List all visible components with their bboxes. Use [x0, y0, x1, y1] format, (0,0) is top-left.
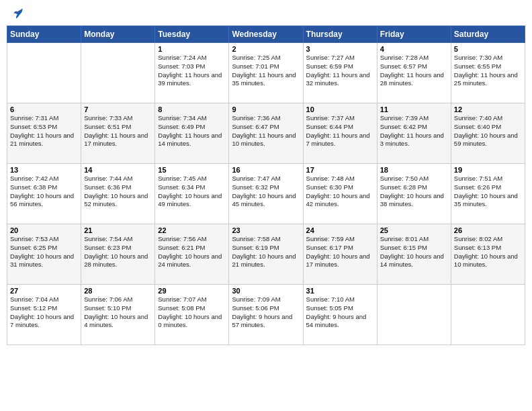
day-info: Sunrise: 7:45 AM Sunset: 6:34 PM Dayligh…	[158, 175, 226, 209]
day-number: 30	[232, 287, 300, 295]
day-number: 14	[84, 166, 152, 174]
day-number: 26	[454, 226, 522, 234]
day-number: 6	[10, 105, 78, 113]
weekday-header-cell: Monday	[81, 26, 155, 43]
calendar-body: 1Sunrise: 7:24 AM Sunset: 7:03 PM Daylig…	[7, 43, 525, 345]
calendar-week-row: 6Sunrise: 7:31 AM Sunset: 6:53 PM Daylig…	[7, 103, 525, 164]
day-info: Sunrise: 7:47 AM Sunset: 6:32 PM Dayligh…	[232, 175, 300, 209]
day-info: Sunrise: 7:27 AM Sunset: 6:59 PM Dayligh…	[306, 54, 374, 88]
day-info: Sunrise: 7:39 AM Sunset: 6:42 PM Dayligh…	[380, 114, 448, 148]
day-number: 10	[306, 105, 374, 113]
calendar-day-cell: 31Sunrise: 7:10 AM Sunset: 5:05 PM Dayli…	[303, 285, 377, 345]
day-number: 12	[454, 105, 522, 113]
day-number: 2	[232, 45, 300, 53]
calendar-day-cell: 2Sunrise: 7:25 AM Sunset: 7:01 PM Daylig…	[229, 43, 303, 103]
day-number: 22	[158, 226, 226, 234]
calendar-day-cell: 20Sunrise: 7:53 AM Sunset: 6:25 PM Dayli…	[7, 224, 81, 285]
day-info: Sunrise: 7:36 AM Sunset: 6:47 PM Dayligh…	[232, 114, 300, 148]
calendar-day-cell: 10Sunrise: 7:37 AM Sunset: 6:44 PM Dayli…	[303, 103, 377, 164]
day-info: Sunrise: 7:50 AM Sunset: 6:28 PM Dayligh…	[380, 175, 448, 209]
day-number: 3	[306, 45, 374, 53]
day-number: 4	[380, 45, 448, 53]
day-number: 27	[10, 287, 78, 295]
day-info: Sunrise: 7:24 AM Sunset: 7:03 PM Dayligh…	[158, 54, 226, 88]
calendar-day-cell: 18Sunrise: 7:50 AM Sunset: 6:28 PM Dayli…	[377, 164, 451, 224]
day-number: 5	[454, 45, 522, 53]
logo-bird-icon	[11, 7, 24, 20]
day-number: 7	[84, 105, 152, 113]
day-info: Sunrise: 7:34 AM Sunset: 6:49 PM Dayligh…	[158, 114, 226, 148]
calendar-day-cell: 23Sunrise: 7:58 AM Sunset: 6:19 PM Dayli…	[229, 224, 303, 285]
calendar-day-cell: 5Sunrise: 7:30 AM Sunset: 6:55 PM Daylig…	[451, 43, 525, 103]
calendar-day-cell: 24Sunrise: 7:59 AM Sunset: 6:17 PM Dayli…	[303, 224, 377, 285]
day-info: Sunrise: 7:40 AM Sunset: 6:40 PM Dayligh…	[454, 114, 522, 148]
day-info: Sunrise: 7:51 AM Sunset: 6:26 PM Dayligh…	[454, 175, 522, 209]
weekday-header-cell: Tuesday	[155, 26, 229, 43]
day-info: Sunrise: 7:44 AM Sunset: 6:36 PM Dayligh…	[84, 175, 152, 209]
calendar-day-cell: 27Sunrise: 7:04 AM Sunset: 5:12 PM Dayli…	[7, 285, 81, 345]
day-number: 15	[158, 166, 226, 174]
day-info: Sunrise: 7:25 AM Sunset: 7:01 PM Dayligh…	[232, 54, 300, 88]
day-info: Sunrise: 7:53 AM Sunset: 6:25 PM Dayligh…	[10, 235, 78, 269]
day-info: Sunrise: 7:09 AM Sunset: 5:06 PM Dayligh…	[232, 295, 300, 330]
calendar-day-cell: 7Sunrise: 7:33 AM Sunset: 6:51 PM Daylig…	[81, 103, 155, 164]
day-number: 28	[84, 287, 152, 295]
day-number: 25	[380, 226, 448, 234]
day-info: Sunrise: 7:54 AM Sunset: 6:23 PM Dayligh…	[84, 235, 152, 269]
calendar-day-cell	[377, 285, 451, 345]
calendar-day-cell: 15Sunrise: 7:45 AM Sunset: 6:34 PM Dayli…	[155, 164, 229, 224]
calendar-week-row: 13Sunrise: 7:42 AM Sunset: 6:38 PM Dayli…	[7, 164, 525, 224]
day-info: Sunrise: 8:02 AM Sunset: 6:13 PM Dayligh…	[454, 235, 522, 269]
weekday-header-row: SundayMondayTuesdayWednesdayThursdayFrid…	[7, 26, 525, 43]
calendar-day-cell: 1Sunrise: 7:24 AM Sunset: 7:03 PM Daylig…	[155, 43, 229, 103]
calendar-day-cell: 12Sunrise: 7:40 AM Sunset: 6:40 PM Dayli…	[451, 103, 525, 164]
day-number: 16	[232, 166, 300, 174]
calendar-day-cell: 22Sunrise: 7:56 AM Sunset: 6:21 PM Dayli…	[155, 224, 229, 285]
day-number: 20	[10, 226, 78, 234]
day-number: 19	[454, 166, 522, 174]
calendar-day-cell: 13Sunrise: 7:42 AM Sunset: 6:38 PM Dayli…	[7, 164, 81, 224]
day-info: Sunrise: 7:48 AM Sunset: 6:30 PM Dayligh…	[306, 175, 374, 209]
calendar-day-cell	[451, 285, 525, 345]
day-number: 23	[232, 226, 300, 234]
day-info: Sunrise: 7:31 AM Sunset: 6:53 PM Dayligh…	[10, 114, 78, 148]
calendar-day-cell: 6Sunrise: 7:31 AM Sunset: 6:53 PM Daylig…	[7, 103, 81, 164]
calendar-day-cell: 17Sunrise: 7:48 AM Sunset: 6:30 PM Dayli…	[303, 164, 377, 224]
logo	[9, 7, 24, 20]
day-number: 17	[306, 166, 374, 174]
day-number: 9	[232, 105, 300, 113]
calendar-day-cell: 21Sunrise: 7:54 AM Sunset: 6:23 PM Dayli…	[81, 224, 155, 285]
calendar-day-cell: 14Sunrise: 7:44 AM Sunset: 6:36 PM Dayli…	[81, 164, 155, 224]
weekday-header-cell: Wednesday	[229, 26, 303, 43]
calendar-week-row: 27Sunrise: 7:04 AM Sunset: 5:12 PM Dayli…	[7, 285, 525, 345]
day-info: Sunrise: 7:42 AM Sunset: 6:38 PM Dayligh…	[10, 175, 78, 209]
day-info: Sunrise: 7:28 AM Sunset: 6:57 PM Dayligh…	[380, 54, 448, 88]
calendar-day-cell: 29Sunrise: 7:07 AM Sunset: 5:08 PM Dayli…	[155, 285, 229, 345]
calendar-day-cell: 4Sunrise: 7:28 AM Sunset: 6:57 PM Daylig…	[377, 43, 451, 103]
weekday-header-cell: Saturday	[451, 26, 525, 43]
day-number: 21	[84, 226, 152, 234]
day-number: 13	[10, 166, 78, 174]
day-info: Sunrise: 8:01 AM Sunset: 6:15 PM Dayligh…	[380, 235, 448, 269]
calendar-day-cell: 11Sunrise: 7:39 AM Sunset: 6:42 PM Dayli…	[377, 103, 451, 164]
day-number: 1	[158, 45, 226, 53]
day-info: Sunrise: 7:10 AM Sunset: 5:05 PM Dayligh…	[306, 295, 374, 330]
day-info: Sunrise: 7:30 AM Sunset: 6:55 PM Dayligh…	[454, 54, 522, 88]
day-info: Sunrise: 7:58 AM Sunset: 6:19 PM Dayligh…	[232, 235, 300, 269]
weekday-header-cell: Friday	[377, 26, 451, 43]
day-info: Sunrise: 7:37 AM Sunset: 6:44 PM Dayligh…	[306, 114, 374, 148]
calendar-day-cell: 30Sunrise: 7:09 AM Sunset: 5:06 PM Dayli…	[229, 285, 303, 345]
calendar-day-cell	[81, 43, 155, 103]
day-number: 11	[380, 105, 448, 113]
day-number: 8	[158, 105, 226, 113]
calendar-day-cell: 19Sunrise: 7:51 AM Sunset: 6:26 PM Dayli…	[451, 164, 525, 224]
day-number: 29	[158, 287, 226, 295]
calendar-week-row: 1Sunrise: 7:24 AM Sunset: 7:03 PM Daylig…	[7, 43, 525, 103]
day-info: Sunrise: 7:56 AM Sunset: 6:21 PM Dayligh…	[158, 235, 226, 269]
calendar-day-cell: 28Sunrise: 7:06 AM Sunset: 5:10 PM Dayli…	[81, 285, 155, 345]
day-number: 24	[306, 226, 374, 234]
day-info: Sunrise: 7:33 AM Sunset: 6:51 PM Dayligh…	[84, 114, 152, 148]
calendar-table: SundayMondayTuesdayWednesdayThursdayFrid…	[7, 26, 525, 345]
calendar-day-cell: 9Sunrise: 7:36 AM Sunset: 6:47 PM Daylig…	[229, 103, 303, 164]
day-info: Sunrise: 7:06 AM Sunset: 5:10 PM Dayligh…	[84, 295, 152, 330]
